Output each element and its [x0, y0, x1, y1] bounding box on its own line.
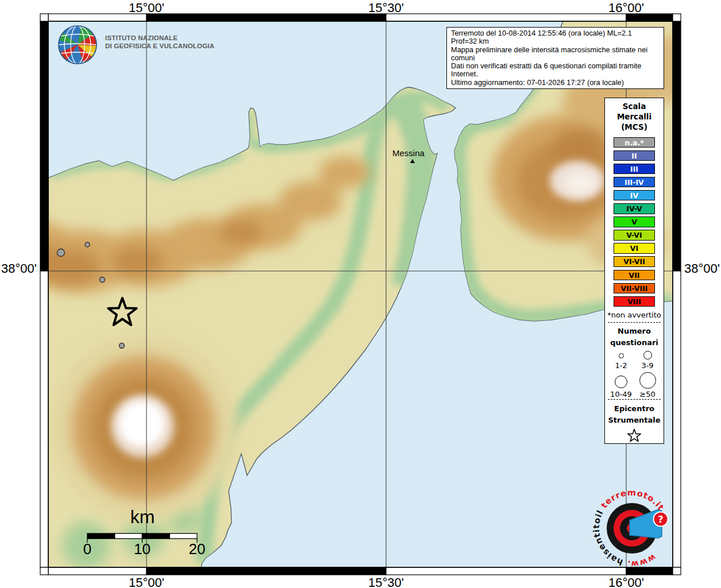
epicenter-key-title: Epicentro Strumentale: [608, 403, 660, 426]
size-key-10-49: 10-49: [608, 370, 634, 399]
intensity-chip-v: V: [614, 216, 655, 227]
title-line-data: Dati non verificati estratti da 6 questi…: [451, 62, 660, 79]
title-line-map: Mappa preliminare delle intensità macros…: [451, 46, 660, 63]
title-line-event: Terremoto del 10-08-2014 12:55:46 (ora l…: [451, 29, 660, 46]
intensity-chip-na: n.a.*: [614, 137, 655, 148]
intensity-chip-iii-iv: III-IV: [614, 177, 655, 188]
ingv-globe-logo: [59, 26, 97, 64]
legend-title: Scala Mercalli (MCS): [617, 101, 651, 132]
title-line-update: Ultimo aggiornamento: 07-01-2026 17:27 (…: [451, 79, 660, 87]
intensity-chip-viii: VIII: [614, 296, 655, 307]
axis-top-16-00: 16°00': [608, 1, 644, 16]
axis-left-38-00: 38°00': [0, 261, 37, 276]
legend-footnote: *non avvertito: [607, 311, 661, 319]
question-mark: ?: [658, 514, 663, 525]
size-circle-xlarge-icon: [639, 372, 656, 389]
intensity-chip-vi-vii: VI-VII: [614, 256, 655, 267]
size-circle-small-icon: [619, 353, 624, 358]
size-circle-medium-icon: [643, 351, 652, 359]
intensity-chip-vi: VI: [614, 243, 655, 254]
questionnaires-title: Numero questionari: [610, 326, 658, 349]
epicenter-star-icon: [627, 428, 642, 443]
scale-tick-20: 20: [189, 540, 206, 558]
intensity-chip-iii: III: [614, 164, 655, 175]
city-label-messina: Messina: [392, 148, 425, 158]
intensity-chip-v-vi: V-VI: [614, 230, 655, 241]
size-key-1-2: 1-2: [608, 351, 634, 370]
response-dot: [100, 277, 105, 283]
scale-tick-0: 0: [83, 540, 91, 558]
legend-panel: Scala Mercalli (MCS) n.a.* II III III-IV…: [604, 98, 664, 444]
intensity-chip-iv-v: IV-V: [614, 203, 655, 214]
etna-massif: [49, 333, 238, 523]
axis-top-15-30: 15°30': [368, 1, 404, 16]
axis-right-38-00: 38°00': [684, 261, 720, 276]
risentito-map-page: ? www. haisentitoil terremoto.it: [0, 0, 721, 588]
intensity-chip-ii: II: [614, 150, 655, 161]
intensity-chip-vii: VII: [614, 270, 655, 281]
response-dot: [119, 343, 125, 349]
legend-divider: [608, 322, 661, 323]
axis-bottom-15-30: 15°30': [368, 575, 404, 588]
legend-divider: [608, 399, 661, 400]
response-dot: [57, 249, 65, 257]
axis-bottom-15-00: 15°00': [129, 575, 164, 588]
event-title-box: Terremoto del 10-08-2014 12:55:46 (ora l…: [446, 27, 664, 89]
intensity-chip-vii-viii: VII-VIII: [614, 283, 655, 294]
intensity-chips: n.a.* II III III-IV IV IV-V V V-VI VI VI…: [614, 134, 655, 310]
questionnaire-size-key: 1-2 3-9 10-49 ≥50: [608, 351, 661, 399]
scale-tick-10: 10: [134, 540, 151, 558]
ingv-wordmark: ISTITUTO NAZIONALE DI GEOFISICA E VULCAN…: [105, 34, 214, 50]
size-key-50plus: ≥50: [634, 370, 661, 399]
ingv-name-line2: DI GEOFISICA E VULCANOLOGIA: [105, 42, 214, 50]
intensity-chip-iv: IV: [614, 190, 655, 201]
size-key-3-9: 3-9: [634, 351, 661, 370]
response-dot: [85, 242, 90, 247]
size-circle-large-icon: [615, 376, 627, 388]
map-interior: ? www. haisentitoil terremoto.it: [0, 21, 701, 570]
axis-top-15-00: 15°00': [129, 1, 164, 16]
axis-bottom-16-00: 16°00': [608, 575, 644, 588]
scale-bar-unit: km: [130, 506, 155, 528]
ingv-name-line1: ISTITUTO NAZIONALE: [105, 34, 214, 42]
